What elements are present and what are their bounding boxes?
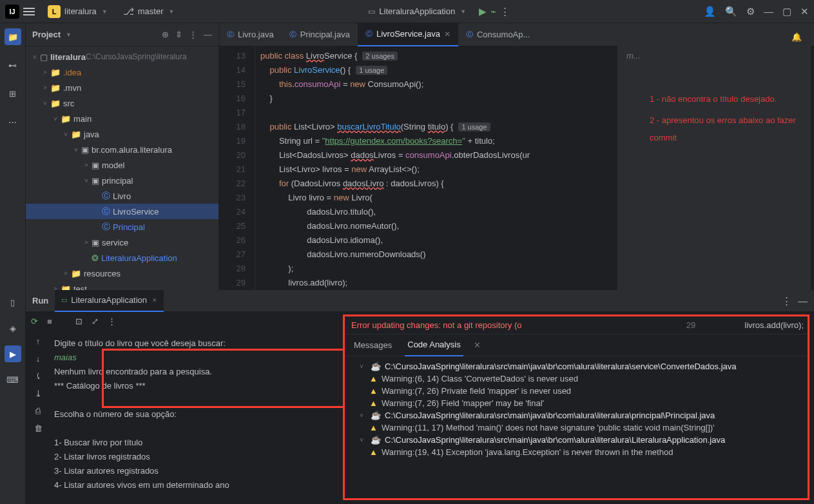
tree-item[interactable]: ⒸLivro: [26, 188, 218, 204]
run-tab-label: LiteraluraApplication: [71, 295, 147, 305]
tree-item[interactable]: >▣model: [26, 157, 218, 173]
chevron-down-icon[interactable]: ▼: [169, 8, 175, 15]
hide-icon[interactable]: —: [798, 295, 808, 306]
more-icon[interactable]: ⋮: [782, 295, 791, 307]
tree-item[interactable]: >📁test: [26, 281, 218, 290]
clear-icon[interactable]: 🗑: [34, 423, 43, 433]
titlebar: IJ L literalura ▼ ⎇ master ▼ ▭ Literalur…: [0, 0, 814, 23]
commit-tool-icon[interactable]: ⊷: [5, 57, 21, 73]
analysis-warning[interactable]: ▲Warning:(11, 17) Method 'main()' does n…: [347, 422, 805, 434]
bookmarks-icon[interactable]: ▯: [5, 294, 21, 311]
more-icon[interactable]: ⋮: [108, 316, 116, 326]
analysis-warning[interactable]: ▲Warning:(7, 26) Private field 'mapper' …: [347, 385, 805, 397]
ide-logo: IJ: [5, 5, 19, 19]
run-title: Run: [32, 296, 48, 305]
debug-icon[interactable]: ⌁: [490, 6, 496, 17]
scroll-end-icon[interactable]: ⤓: [35, 389, 42, 398]
analysis-warning[interactable]: ▲Warning:(19, 41) Exception 'java.lang.E…: [347, 446, 805, 458]
rerun-icon[interactable]: ⟳: [31, 316, 38, 326]
project-badge[interactable]: L: [48, 5, 61, 18]
close-icon[interactable]: ✕: [152, 297, 157, 304]
services-icon[interactable]: ◈: [5, 320, 21, 336]
tree-item[interactable]: v📁java: [26, 126, 218, 142]
notifications-panel[interactable]: 🔔 m...: [617, 23, 811, 294]
line-gutter: 1314151617181920212223242526272829: [219, 46, 255, 290]
code-with-me-icon[interactable]: 👤: [704, 6, 716, 17]
run-config-name[interactable]: LiteraluraApplication: [379, 6, 455, 16]
close-icon[interactable]: ✕: [800, 6, 809, 17]
run-badge-icon: ▭: [61, 296, 67, 304]
editor-tab[interactable]: ⒸConsumoAp...: [458, 23, 538, 46]
terminal-icon[interactable]: ⌨: [5, 371, 21, 388]
hide-icon[interactable]: —: [204, 30, 212, 39]
settings-icon[interactable]: ⋮: [189, 30, 197, 39]
vcs-error-message: Error updating changes: not a git reposi…: [345, 316, 676, 334]
left-tool-rail: 📁 ⊷ ⊞ ⋯: [0, 23, 26, 290]
console-tools: ↑ ↓ ⤹ ⤓ ⎙ 🗑: [26, 330, 50, 504]
structure-tool-icon[interactable]: ⊞: [5, 85, 21, 102]
analysis-warning[interactable]: ▲Warning:(6, 14) Class 'ConverteDados' i…: [347, 373, 805, 385]
tree-item[interactable]: v📁src: [26, 95, 218, 111]
main-menu-icon[interactable]: [23, 6, 35, 17]
run-config-icon[interactable]: ▭: [368, 7, 375, 16]
tree-item[interactable]: v📁main: [26, 111, 218, 126]
tree-item[interactable]: v▣br.com.alura.literalura: [26, 142, 218, 157]
user-annotation: 1 - não encontra o título desejado. 2 - …: [650, 90, 809, 146]
up-icon[interactable]: ↑: [36, 336, 41, 346]
tab-code-analysis[interactable]: Code Analysis: [405, 334, 463, 356]
bell-icon[interactable]: 🔔: [791, 32, 802, 42]
tree-item[interactable]: ⒸLivroService: [26, 204, 218, 219]
soft-wrap-icon[interactable]: ⤹: [35, 371, 42, 381]
more-tools-icon[interactable]: ⋯: [5, 113, 21, 130]
more-icon[interactable]: ⋮: [500, 6, 510, 17]
exit-icon[interactable]: ⤢: [92, 316, 99, 326]
dump-threads-icon[interactable]: ⊡: [75, 316, 82, 326]
settings-icon[interactable]: ⚙: [746, 6, 755, 17]
editor-tab[interactable]: ⒸLivro.java: [219, 23, 282, 46]
analysis-file-row[interactable]: v☕C:\CursoJavaSpring\literalura\src\main…: [347, 409, 805, 422]
editor-tab[interactable]: ⒸPrincipal.java: [282, 23, 358, 46]
analysis-file-row[interactable]: v☕C:\CursoJavaSpring\literalura\src\main…: [347, 360, 805, 373]
minimize-icon[interactable]: —: [764, 6, 773, 17]
run-icon[interactable]: ▶: [479, 6, 487, 17]
project-panel-title: Project: [32, 30, 61, 39]
down-icon[interactable]: ↓: [36, 354, 41, 363]
analysis-file-row[interactable]: v☕C:\CursoJavaSpring\literalura\src\main…: [347, 434, 805, 446]
run-config-tab[interactable]: ▭ LiteraluraApplication ✕: [55, 290, 164, 312]
branch-name[interactable]: master: [138, 6, 164, 16]
close-icon[interactable]: ✕: [474, 340, 481, 350]
tab-messages[interactable]: Messages: [351, 340, 394, 350]
tree-root[interactable]: v▢literalura C:\CursoJavaSpring\literalu…: [26, 49, 218, 64]
tree-item[interactable]: >📁resources: [26, 266, 218, 281]
print-icon[interactable]: ⎙: [35, 406, 41, 416]
annotation-box: [102, 349, 358, 408]
select-opened-file-icon[interactable]: ⊕: [162, 30, 169, 39]
annotation-line1: 1 - não encontra o título desejado.: [650, 90, 809, 108]
tree-item[interactable]: ❂LiteraluraApplication: [26, 250, 218, 266]
tree-item[interactable]: >📁.mvn: [26, 80, 218, 95]
editor-tab[interactable]: ⒸLivroService.java✕: [358, 23, 458, 46]
tree-item[interactable]: ⒸPrincipal: [26, 219, 218, 235]
chevron-down-icon[interactable]: ▼: [66, 32, 72, 38]
project-name[interactable]: literalura: [64, 6, 97, 16]
stop-icon[interactable]: ■: [47, 316, 52, 326]
run-tool-icon[interactable]: ▶: [5, 345, 21, 362]
notif-placeholder: m...: [626, 51, 641, 61]
project-tool-icon[interactable]: 📁: [5, 28, 21, 45]
expand-all-icon[interactable]: ⇕: [175, 30, 182, 39]
maximize-icon[interactable]: ▢: [782, 6, 791, 17]
chevron-down-icon[interactable]: ▼: [102, 8, 108, 15]
project-tree[interactable]: v▢literalura C:\CursoJavaSpring\literalu…: [26, 46, 218, 290]
chevron-down-icon[interactable]: ▼: [460, 8, 466, 15]
peek-gutter-num: 29: [686, 320, 695, 330]
tree-item[interactable]: >▣service: [26, 235, 218, 250]
analysis-results[interactable]: v☕C:\CursoJavaSpring\literalura\src\main…: [345, 356, 808, 498]
tree-item[interactable]: v▣principal: [26, 173, 218, 188]
bottom-left-rail: ▯ ◈ ▶ ⌨: [0, 290, 26, 504]
tree-item[interactable]: >📁.idea: [26, 64, 218, 80]
search-icon[interactable]: 🔍: [725, 6, 737, 17]
branch-icon[interactable]: ⎇: [123, 6, 134, 17]
analysis-warning[interactable]: ▲Warning:(7, 26) Field 'mapper' may be '…: [347, 397, 805, 409]
peek-code-line: livros.add(livro);: [744, 320, 804, 330]
annotation-line2: 2 - apresentou os erros abaixo ao fazer …: [650, 111, 809, 146]
